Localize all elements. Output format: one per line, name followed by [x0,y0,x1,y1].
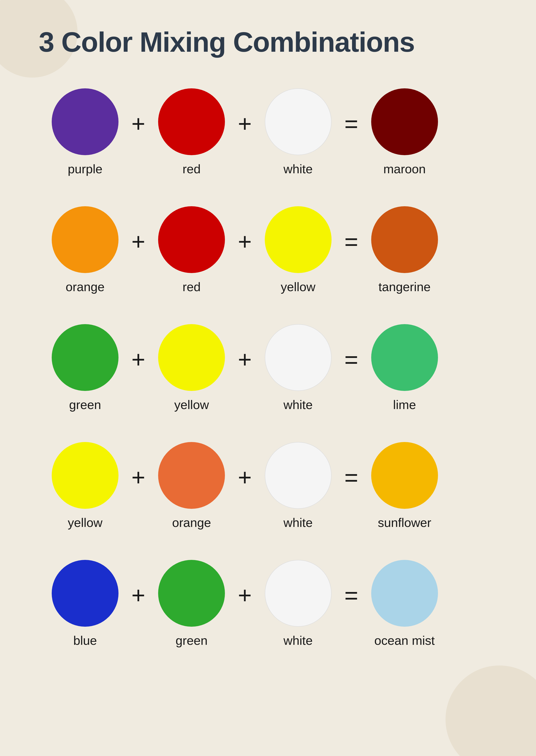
combination-row-5: blue+green+white=ocean mist [39,551,497,656]
result-label-sunflower: sunflower [378,515,431,530]
color-circle-yellow [158,324,225,391]
color-circle-yellow [265,206,332,273]
equals-operator: = [345,112,358,136]
color-item-2-1: red [158,206,225,294]
color-label-yellow: yellow [68,515,102,530]
color-item-4-2: white [265,442,332,530]
color-circle-white [265,442,332,509]
color-label-white: white [284,162,313,176]
equals-operator: = [345,348,358,371]
color-circle-orange [158,442,225,509]
result-item-5: ocean mist [371,560,438,648]
color-item-1-0: purple [52,88,118,176]
result-label-lime: lime [393,397,416,412]
result-circle-tangerine [371,206,438,273]
color-item-1-1: red [158,88,225,176]
plus-operator: + [131,465,145,489]
color-label-white: white [284,397,313,412]
color-item-3-0: green [52,324,118,412]
result-circle-sunflower [371,442,438,509]
color-item-5-2: white [265,560,332,648]
plus-operator: + [238,112,251,136]
plus-operator: + [131,583,145,607]
result-item-4: sunflower [371,442,438,530]
plus-operator: + [238,583,251,607]
color-item-5-0: blue [52,560,118,648]
combination-row-2: orange+red+yellow=tangerine [39,198,497,303]
page-title: 3 Color Mixing Combinations [39,26,497,58]
page-content: 3 Color Mixing Combinations purple+red+w… [0,0,536,682]
result-circle-ocean mist [371,560,438,627]
color-item-4-1: orange [158,442,225,530]
combination-row-4: yellow+orange+white=sunflower [39,433,497,538]
result-circle-maroon [371,88,438,155]
color-label-yellow: yellow [281,280,316,294]
plus-operator: + [131,348,145,371]
plus-operator: + [238,465,251,489]
color-circle-green [158,560,225,627]
plus-operator: + [131,230,145,254]
equals-operator: = [345,465,358,489]
color-circle-blue [52,560,118,627]
result-item-1: maroon [371,88,438,176]
color-label-orange: orange [172,515,211,530]
color-item-4-0: yellow [52,442,118,530]
color-circle-yellow [52,442,118,509]
color-label-green: green [176,633,208,648]
color-item-2-2: yellow [265,206,332,294]
color-label-blue: blue [73,633,97,648]
combination-row-3: green+yellow+white=lime [39,316,497,421]
result-circle-lime [371,324,438,391]
color-label-red: red [183,280,201,294]
result-label-ocean mist: ocean mist [374,633,435,648]
color-label-green: green [69,397,101,412]
color-circle-green [52,324,118,391]
result-label-tangerine: tangerine [379,280,431,294]
plus-operator: + [131,112,145,136]
equals-operator: = [345,583,358,607]
result-label-maroon: maroon [383,162,426,176]
color-label-yellow: yellow [174,397,209,412]
color-label-orange: orange [66,280,105,294]
color-circle-red [158,88,225,155]
color-item-3-1: yellow [158,324,225,412]
color-circle-purple [52,88,118,155]
color-label-white: white [284,633,313,648]
color-item-5-1: green [158,560,225,648]
plus-operator: + [238,348,251,371]
combinations-container: purple+red+white=maroonorange+red+yellow… [39,80,497,656]
color-label-purple: purple [68,162,102,176]
color-label-white: white [284,515,313,530]
color-label-red: red [183,162,201,176]
equals-operator: = [345,230,358,254]
color-circle-white [265,324,332,391]
color-circle-red [158,206,225,273]
combination-row-1: purple+red+white=maroon [39,80,497,185]
color-item-1-2: white [265,88,332,176]
color-circle-white [265,88,332,155]
result-item-2: tangerine [371,206,438,294]
plus-operator: + [238,230,251,254]
color-item-3-2: white [265,324,332,412]
color-circle-orange [52,206,118,273]
result-item-3: lime [371,324,438,412]
color-item-2-0: orange [52,206,118,294]
color-circle-white [265,560,332,627]
